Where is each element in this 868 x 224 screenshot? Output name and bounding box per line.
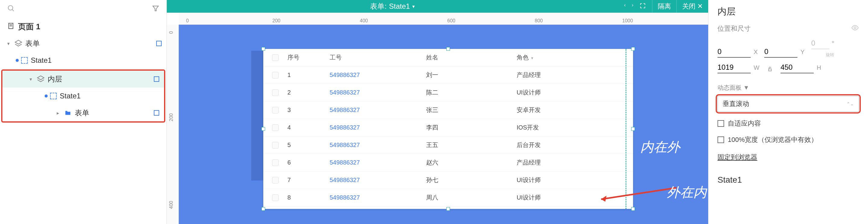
layers-icon: [37, 75, 44, 83]
section-label-dp[interactable]: 动态面板 ▼: [717, 84, 859, 92]
cell-workid[interactable]: 549886327: [330, 194, 426, 201]
resize-handle[interactable]: [446, 47, 450, 51]
checkbox-label: 100%宽度（仅浏览器中有效）: [728, 135, 818, 144]
table-row[interactable]: 4549886327李四IOS开发: [263, 119, 633, 136]
sort-icon: ▾: [531, 56, 533, 60]
x-input[interactable]: [717, 46, 751, 58]
tree-item-inner-layer[interactable]: ▾ 内层: [2, 71, 164, 88]
marker-icon: [154, 110, 159, 116]
svg-marker-7: [37, 76, 44, 80]
checkbox[interactable]: [272, 89, 279, 96]
caret-icon: ▾: [7, 41, 13, 47]
ruler-vertical: 0 200 400: [167, 25, 179, 224]
svg-point-9: [854, 27, 856, 29]
col-header-role[interactable]: 角色▾: [517, 53, 633, 62]
table-row[interactable]: 3549886327张三安卓开发: [263, 102, 633, 119]
checkbox[interactable]: [272, 194, 279, 201]
resize-handle[interactable]: [446, 207, 450, 211]
checkbox-all[interactable]: [272, 54, 279, 61]
active-dot-icon: [44, 94, 48, 97]
ruler-tick: 400: [168, 201, 174, 209]
search-input[interactable]: [19, 5, 152, 13]
cell-index: 3: [287, 107, 330, 113]
checkbox[interactable]: [272, 177, 279, 184]
table-row[interactable]: 7549886327孙七UI设计师: [263, 171, 633, 189]
resize-handle[interactable]: [631, 207, 635, 211]
cell-role: 产品经理: [517, 159, 633, 167]
outline-panel: 页面 1 ▾ 表单 State1 ▾ 内层: [0, 0, 167, 224]
isolate-button[interactable]: 隔离: [652, 0, 677, 13]
checkbox[interactable]: [272, 142, 279, 148]
resize-handle[interactable]: [631, 127, 635, 131]
y-label: Y: [801, 49, 804, 56]
focus-icon[interactable]: [640, 2, 646, 10]
cell-workid[interactable]: 549886327: [330, 124, 426, 131]
cell-name: 周八: [426, 194, 517, 202]
search-icon[interactable]: [7, 4, 15, 13]
toolbar-title-name: State1: [389, 2, 410, 10]
caret-icon: ▾: [30, 76, 35, 82]
table-row[interactable]: 8549886327周八UI设计师: [263, 189, 633, 206]
isolation-toolbar: 表单: State1 ▾ ‹ › 隔离 关闭 ✕: [167, 0, 708, 13]
y-input[interactable]: [764, 46, 798, 58]
state-icon: [50, 93, 57, 99]
table-widget[interactable]: 序号 工号 姓名 角色▾ 1549886327刘一产品经理2549886327陈…: [263, 49, 633, 209]
tree-item-label: State1: [60, 92, 159, 100]
toolbar-title[interactable]: 表单: State1 ▾: [370, 1, 415, 11]
svg-marker-2: [153, 6, 158, 11]
table-row[interactable]: 2549886327陈二UI设计师: [263, 84, 633, 102]
resize-handle[interactable]: [261, 207, 265, 211]
visibility-icon[interactable]: [851, 24, 859, 33]
page-header[interactable]: 页面 1: [0, 18, 166, 35]
canvas[interactable]: 序号 工号 姓名 角色▾ 1549886327刘一产品经理2549886327陈…: [179, 25, 708, 224]
canvas-area: 表单: State1 ▾ ‹ › 隔离 关闭 ✕ 0 200 400 600 8…: [167, 0, 708, 224]
annotation-text-2: 外在内: [667, 185, 707, 201]
lock-icon[interactable]: [767, 66, 773, 73]
checkbox-full-width[interactable]: 100%宽度（仅浏览器中有效）: [717, 135, 859, 144]
checkbox[interactable]: [272, 124, 279, 131]
h-input[interactable]: [780, 62, 814, 73]
resize-handle[interactable]: [261, 47, 265, 51]
close-button[interactable]: 关闭 ✕: [677, 0, 708, 13]
table-row[interactable]: 6549886327赵六产品经理: [263, 154, 633, 171]
ruler-tick: 600: [447, 18, 456, 24]
svg-rect-10: [769, 69, 771, 71]
resize-handle[interactable]: [631, 47, 635, 51]
checkbox[interactable]: [272, 107, 279, 113]
resize-handle[interactable]: [261, 127, 265, 131]
marker-icon: [154, 76, 159, 82]
outer-panel-placeholder: [251, 51, 263, 180]
outline-tree: ▾ 表单 State1 ▾ 内层 Stat: [0, 35, 166, 123]
table-row[interactable]: 1549886327刘一产品经理: [263, 66, 633, 84]
cell-workid[interactable]: 549886327: [330, 72, 426, 79]
checkbox[interactable]: [272, 159, 279, 166]
chevron-updown-icon: ⌃⌄: [846, 102, 854, 106]
checkbox-fit-content[interactable]: 自适应内容: [717, 119, 859, 128]
cell-workid[interactable]: 549886327: [330, 89, 426, 96]
ruler-tick: 0: [186, 18, 189, 24]
tree-item-form-root[interactable]: ▾ 表单: [0, 35, 166, 52]
tree-item-state1-outer[interactable]: State1: [0, 52, 166, 69]
scroll-select[interactable]: 垂直滚动 ⌃⌄: [717, 96, 859, 112]
tree-item-state1-inner[interactable]: State1: [2, 88, 164, 105]
checkbox[interactable]: [272, 72, 279, 79]
w-input[interactable]: [717, 62, 751, 73]
inspector-panel: 内层 位置和尺寸 X Y ° 旋转 W H 动态面板 ▼ 垂直滚动 ⌃⌄ 自适应…: [708, 0, 868, 224]
cell-name: 赵六: [426, 159, 517, 167]
pin-to-browser-link[interactable]: 固定到浏览器: [717, 153, 859, 162]
cell-name: 孙七: [426, 176, 517, 184]
cell-workid[interactable]: 549886327: [330, 177, 426, 184]
col-header-index: 序号: [287, 53, 330, 62]
cell-workid[interactable]: 549886327: [330, 159, 426, 166]
cell-workid[interactable]: 549886327: [330, 107, 426, 113]
ruler-tick: 200: [272, 18, 280, 24]
layers-icon: [14, 39, 22, 47]
cell-role: IOS开发: [517, 123, 633, 132]
cell-workid[interactable]: 549886327: [330, 142, 426, 148]
tree-item-form-child[interactable]: ▸ 表单: [2, 105, 164, 121]
filter-icon[interactable]: [152, 5, 159, 13]
next-state-icon[interactable]: ›: [632, 2, 633, 10]
table-row[interactable]: 5549886327王五后台开发: [263, 136, 633, 154]
prev-state-icon[interactable]: ‹: [624, 2, 625, 10]
cell-name: 张三: [426, 106, 517, 114]
